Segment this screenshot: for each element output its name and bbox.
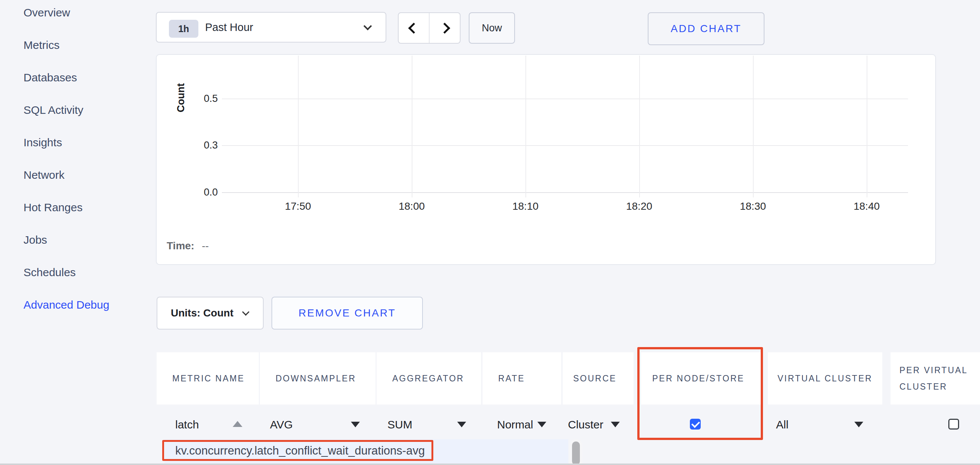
y-tick-label: 0.5: [186, 93, 218, 105]
remove-chart-button[interactable]: REMOVE CHART: [272, 297, 423, 329]
column-header-rate: RATE: [482, 352, 561, 404]
v-gridline: [753, 56, 754, 197]
aggregator-caret-icon[interactable]: [457, 422, 466, 427]
v-gridline: [639, 56, 640, 197]
now-button[interactable]: Now: [469, 12, 515, 44]
virtual-cluster-caret-icon[interactable]: [854, 422, 863, 427]
per-virtual-cluster-checkbox[interactable]: [948, 419, 959, 430]
sidebar-item-sql-activity[interactable]: SQL Activity: [24, 103, 84, 117]
rate-caret-icon[interactable]: [537, 422, 546, 427]
virtual-cluster-select[interactable]: All: [776, 418, 788, 431]
sidebar-item-jobs[interactable]: Jobs: [24, 233, 47, 247]
x-tick-label: 18:40: [844, 200, 889, 213]
time-range-label: Past Hour: [205, 13, 253, 42]
sidebar-item-network[interactable]: Network: [24, 168, 65, 182]
v-gridline: [298, 56, 299, 197]
time-back-button[interactable]: [399, 13, 430, 43]
sidebar-item-metrics[interactable]: Metrics: [24, 38, 60, 52]
sidebar-item-insights[interactable]: Insights: [24, 136, 62, 149]
column-header-per-node-store: PER NODE/STORE: [641, 352, 761, 404]
aggregator-select[interactable]: SUM: [387, 418, 412, 431]
chevron-left-icon: [408, 22, 420, 34]
sidebar-item-advanced-debug[interactable]: Advanced Debug: [24, 298, 109, 312]
y-tick-label: 0.3: [186, 139, 218, 152]
db-console-custom-chart-page: Overview Metrics Databases SQL Activity …: [0, 0, 980, 465]
y-tick-label: 0.0: [186, 187, 218, 198]
column-header-metric-name: METRIC NAME: [157, 352, 259, 404]
chevron-down-icon: [364, 22, 372, 30]
h-gridline: [222, 192, 908, 193]
downsampler-caret-icon[interactable]: [351, 422, 360, 427]
hover-time-value: --: [202, 240, 209, 251]
sidebar-item-schedules[interactable]: Schedules: [24, 266, 76, 279]
units-dropdown[interactable]: Units: Count: [157, 297, 264, 329]
v-gridline: [525, 56, 526, 197]
chevron-down-icon: [242, 308, 250, 316]
time-range-selector[interactable]: 1h Past Hour: [156, 12, 387, 43]
column-header-source: SOURCE: [563, 352, 633, 404]
hover-time-label: Time:: [167, 240, 194, 251]
sidebar-item-overview[interactable]: Overview: [24, 6, 70, 19]
x-tick-label: 17:50: [275, 200, 320, 213]
sidebar-item-hot-ranges[interactable]: Hot Ranges: [24, 201, 83, 214]
x-tick-label: 18:10: [503, 200, 548, 213]
hover-time-readout: Time:--: [167, 240, 209, 252]
x-tick-label: 18:30: [730, 200, 775, 213]
per-node-store-checkbox[interactable]: [690, 419, 701, 430]
metric-suggestion-item[interactable]: kv.concurrency.latch_conflict_wait_durat…: [175, 444, 425, 457]
h-gridline: [222, 145, 908, 146]
chevron-right-icon: [439, 22, 450, 34]
downsampler-select[interactable]: AVG: [270, 418, 293, 431]
screenshot-bottom-edge: [0, 463, 980, 465]
column-header-virtual-cluster: VIRTUAL CLUSTER: [768, 352, 882, 404]
source-select[interactable]: Cluster: [568, 418, 603, 431]
v-gridline: [412, 56, 412, 197]
chart-card: Count 0.50.30.017:5018:0018:1018:2018:30…: [156, 54, 936, 265]
column-header-per-virtual-cluster: PER VIRTUAL CLUSTER: [891, 352, 980, 404]
column-header-aggregator: AGGREGATOR: [377, 352, 481, 404]
metric-name-input[interactable]: latch: [175, 418, 199, 431]
x-tick-label: 18:20: [617, 200, 662, 213]
time-step-buttons: [398, 12, 461, 44]
h-gridline: [222, 99, 908, 99]
x-tick-label: 18:00: [389, 200, 434, 213]
sidebar-item-databases[interactable]: Databases: [24, 71, 77, 84]
y-axis-label: Count: [175, 75, 186, 120]
suggestion-scrollbar-thumb[interactable]: [572, 441, 580, 465]
rate-select[interactable]: Normal: [497, 418, 533, 431]
units-dropdown-label: Units: Count: [171, 307, 234, 319]
time-range-badge: 1h: [169, 20, 198, 38]
v-gridline: [867, 56, 867, 197]
chart-plot: Count 0.50.30.017:5018:0018:1018:2018:30…: [157, 55, 935, 264]
add-chart-button[interactable]: ADD CHART: [648, 12, 764, 45]
source-caret-icon[interactable]: [611, 422, 620, 427]
column-header-downsampler: DOWNSAMPLER: [260, 352, 375, 404]
time-forward-button[interactable]: [430, 13, 460, 43]
metric-dropdown-open-icon[interactable]: [233, 421, 242, 427]
